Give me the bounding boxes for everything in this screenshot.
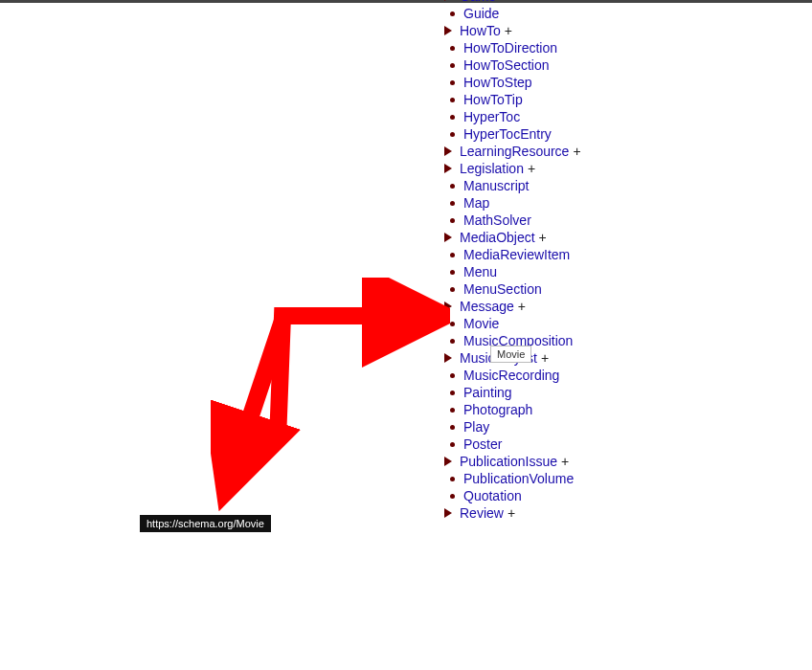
- bullet-icon: [446, 59, 458, 71]
- tree-link[interactable]: PublicationIssue: [460, 453, 557, 470]
- tree-link[interactable]: Quotation: [463, 487, 522, 504]
- tree-node-howtosection[interactable]: HowToSection: [442, 56, 581, 74]
- tree-link[interactable]: HowToSection: [463, 56, 550, 74]
- expand-icon[interactable]: [442, 0, 454, 2]
- tree-link[interactable]: HyperTocEntry: [463, 125, 552, 143]
- tree-node-manuscript[interactable]: Manuscript: [442, 177, 581, 194]
- tree-node-publicationissue[interactable]: PublicationIssue+: [442, 453, 581, 470]
- bullet-icon: [446, 421, 458, 433]
- tree-node-map[interactable]: Map: [442, 194, 581, 212]
- tree-node-hypertocentry[interactable]: HyperTocEntry: [442, 125, 581, 143]
- schema-tree: Game + GuideHowTo+HowToDirectionHowToSec…: [442, 0, 581, 522]
- bullet-icon: [446, 42, 458, 54]
- bullet-icon: [446, 197, 458, 209]
- tree-link[interactable]: Manuscript: [463, 177, 529, 194]
- tree-node-guide[interactable]: Guide: [442, 5, 581, 22]
- expand-plus[interactable]: +: [541, 349, 549, 367]
- bullet-icon: [446, 318, 458, 329]
- tree-link[interactable]: Map: [463, 194, 489, 212]
- tree-link[interactable]: HowToTip: [463, 91, 523, 108]
- tree-link[interactable]: MusicRecording: [463, 367, 559, 384]
- expand-plus[interactable]: +: [505, 22, 512, 39]
- bullet-icon: [446, 490, 458, 502]
- bullet-icon: [446, 335, 458, 346]
- expand-plus[interactable]: +: [539, 229, 547, 246]
- tree-node-play[interactable]: Play: [442, 418, 581, 436]
- tree-node-hypertoc[interactable]: HyperToc: [442, 108, 581, 125]
- tree-link[interactable]: Message: [460, 298, 514, 315]
- status-url: https://schema.org/Movie: [140, 515, 271, 532]
- tree-node-musicrecording[interactable]: MusicRecording: [442, 367, 581, 384]
- tree-node-message[interactable]: Message+: [442, 298, 581, 315]
- expand-plus[interactable]: +: [561, 453, 569, 470]
- tree-link[interactable]: MenuSection: [463, 280, 542, 298]
- tree-node-mediaobject[interactable]: MediaObject+: [442, 229, 581, 246]
- svg-marker-0: [444, 0, 452, 1]
- expand-icon[interactable]: [442, 301, 454, 312]
- expand-plus[interactable]: +: [528, 160, 535, 177]
- expand-plus[interactable]: +: [508, 504, 515, 522]
- tree-node-mediareviewitem[interactable]: MediaReviewItem: [442, 246, 581, 263]
- tree-node-publicationvolume[interactable]: PublicationVolume: [442, 470, 581, 487]
- bullet-icon: [446, 214, 458, 226]
- tree-node-menu[interactable]: Menu: [442, 263, 581, 280]
- tree-node-poster[interactable]: Poster: [442, 436, 581, 453]
- expand-icon[interactable]: [442, 232, 454, 243]
- bullet-icon: [446, 438, 458, 450]
- tree-node-howtotip[interactable]: HowToTip: [442, 91, 581, 108]
- expand-plus[interactable]: +: [573, 143, 580, 160]
- svg-marker-4: [444, 233, 452, 242]
- tree-node-review[interactable]: Review+: [442, 504, 581, 522]
- bullet-icon: [446, 387, 458, 398]
- hover-tooltip: Movie: [490, 346, 531, 363]
- tree-node-howto[interactable]: HowTo+: [442, 22, 581, 39]
- svg-marker-2: [444, 146, 452, 156]
- tree-node-legislation[interactable]: Legislation+: [442, 160, 581, 177]
- svg-marker-7: [444, 457, 452, 466]
- tree-link[interactable]: Poster: [463, 436, 502, 453]
- tree-link[interactable]: HowToStep: [463, 74, 532, 91]
- tree-link[interactable]: MediaReviewItem: [463, 246, 570, 263]
- annotation-arrow: [211, 278, 450, 526]
- expand-icon[interactable]: [442, 456, 454, 467]
- bullet-icon: [446, 249, 458, 260]
- tree-node-howtodirection[interactable]: HowToDirection: [442, 39, 581, 56]
- expand-icon[interactable]: [442, 507, 454, 519]
- bullet-icon: [446, 111, 458, 123]
- tree-link[interactable]: Legislation: [460, 160, 524, 177]
- tree-node-photograph[interactable]: Photograph: [442, 401, 581, 418]
- bullet-icon: [446, 77, 458, 88]
- tree-link[interactable]: Play: [463, 418, 489, 436]
- svg-marker-5: [444, 302, 452, 311]
- tree-node-movie[interactable]: Movie: [442, 315, 581, 332]
- tree-link[interactable]: Guide: [463, 5, 499, 22]
- tree-node-menusection[interactable]: MenuSection: [442, 280, 581, 298]
- expand-icon[interactable]: [442, 352, 454, 364]
- tree-link[interactable]: MediaObject: [460, 229, 535, 246]
- expand-icon[interactable]: [442, 145, 454, 157]
- tree-node-mathsolver[interactable]: MathSolver: [442, 212, 581, 229]
- tree-node-howtostep[interactable]: HowToStep: [442, 74, 581, 91]
- tree-node-painting[interactable]: Painting: [442, 384, 581, 401]
- tree-link[interactable]: Painting: [463, 384, 512, 401]
- tree-node-quotation[interactable]: Quotation: [442, 487, 581, 504]
- tree-link[interactable]: Movie: [463, 315, 499, 332]
- svg-marker-3: [444, 164, 452, 173]
- tree-link[interactable]: Menu: [463, 263, 497, 280]
- bullet-icon: [446, 283, 458, 295]
- bullet-icon: [446, 404, 458, 415]
- tree-link[interactable]: LearningResource: [460, 143, 569, 160]
- tree-link[interactable]: PublicationVolume: [463, 470, 574, 487]
- tree-link[interactable]: HowTo: [460, 22, 501, 39]
- tree-link[interactable]: HyperToc: [463, 108, 520, 125]
- tree-node-learningresource[interactable]: LearningResource+: [442, 143, 581, 160]
- bullet-icon: [446, 180, 458, 191]
- expand-plus[interactable]: +: [518, 298, 526, 315]
- expand-plus[interactable]: +: [500, 0, 508, 5]
- expand-icon[interactable]: [442, 163, 454, 174]
- tree-link[interactable]: HowToDirection: [463, 39, 557, 56]
- tree-link[interactable]: MathSolver: [463, 212, 531, 229]
- expand-icon[interactable]: [442, 25, 454, 36]
- tree-link[interactable]: Review: [460, 504, 504, 522]
- tree-link[interactable]: Photograph: [463, 401, 532, 418]
